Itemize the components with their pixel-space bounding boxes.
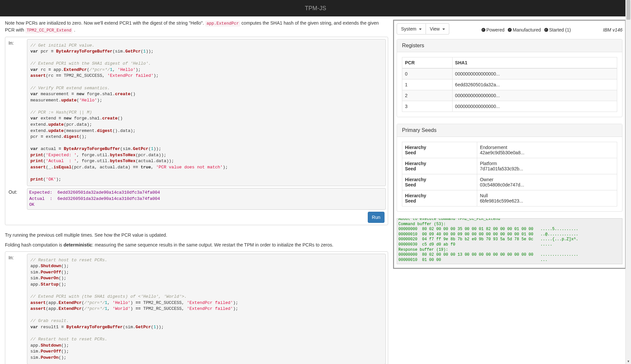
in-label-2: In: — [7, 254, 27, 364]
view-label: View — [430, 26, 441, 32]
code-output-1: Expected: 6edd3260501da32ade90a14ca310df… — [27, 188, 386, 210]
seed-value-cell: Platform7d71a01fa533c92b... — [477, 158, 617, 174]
seed-value-cell: Endorsement42ae9c9d5b30e0a8... — [477, 142, 617, 158]
tpm-panel: System View ✓Powered ✓Manufactured ✓Star… — [393, 20, 626, 269]
check-circle-icon: ✓ — [481, 28, 485, 32]
table-row: HierarchySeedOwner03c54808c0de747d... — [402, 174, 617, 190]
table-row: 20000000000000000... — [402, 90, 617, 101]
manufactured-text: Manufactured — [513, 27, 541, 32]
registers-panel: Registers PCR SHA1 00000000000000000... … — [397, 39, 622, 117]
seeds-heading: Primary Seeds — [397, 124, 622, 137]
code-input-1[interactable]: // Get initial PCR value. var pcr = Byte… — [27, 39, 386, 186]
seed-value-cell: Owner03c54808c0de747d... — [477, 174, 617, 190]
manufactured-badge: ✓Manufactured — [508, 27, 541, 32]
check-circle-icon: ✓ — [508, 28, 512, 32]
pcr-val: 0000000000000000... — [452, 101, 617, 112]
seed-value-cell: Null6bfe9816c599e623... — [477, 190, 617, 206]
seed-label-cell: HierarchySeed — [402, 174, 477, 190]
seed-label-cell: HierarchySeed — [402, 158, 477, 174]
pcr-val: 0000000000000000... — [452, 90, 617, 101]
seeds-panel: Primary Seeds HierarchySeedEndorsement42… — [397, 124, 622, 212]
navbar: TPM-JS — [0, 0, 631, 16]
view-dropdown[interactable]: View — [426, 23, 449, 34]
registers-table: PCR SHA1 00000000000000000... 16edd32605… — [402, 57, 617, 112]
tpm-button-group: System View — [397, 23, 449, 34]
mid-p2-a: Folding hash computation is — [5, 242, 63, 247]
intro-paragraph: Note how PCRs are initialized to zero. N… — [5, 20, 388, 33]
registers-heading: Registers — [397, 39, 622, 52]
scrollbar-thumb[interactable] — [626, 0, 630, 20]
pcr-idx: 2 — [402, 90, 452, 101]
out-label: Out: — [7, 188, 27, 210]
pcr-idx: 0 — [402, 68, 452, 79]
mid-paragraph-2: Folding hash computation is deterministi… — [5, 242, 388, 248]
powered-badge: ✓Powered — [481, 27, 504, 32]
log-textarea[interactable] — [397, 218, 622, 264]
sidebar-column: System View ✓Powered ✓Manufactured ✓Star… — [393, 16, 626, 364]
seed-label-cell: HierarchySeed — [402, 142, 477, 158]
system-label: System — [401, 26, 418, 32]
table-row: HierarchySeedPlatform7d71a01fa533c92b... — [402, 158, 617, 174]
seed-label-cell: HierarchySeed — [402, 190, 477, 206]
pcr-idx: 3 — [402, 101, 452, 112]
scroll-down-arrow-icon[interactable]: ▼ — [626, 358, 631, 364]
system-dropdown[interactable]: System — [397, 23, 426, 34]
in-label: In: — [7, 39, 27, 186]
content-column: Note how PCRs are initialized to zero. N… — [5, 16, 393, 364]
mid-paragraph-1: Try running the previous cell multiple t… — [5, 232, 388, 238]
mid-p2-c: : measuring the same sequence results in… — [92, 242, 333, 247]
table-row: HierarchySeedNull6bfe9816c599e623... — [402, 190, 617, 206]
intro-text-3: . — [73, 27, 75, 32]
pcr-val: 6edd3260501da32a... — [452, 79, 617, 90]
pcr-val: 0000000000000000... — [452, 68, 617, 79]
code-input-2[interactable]: // Restart host to reset PCRs. app.Shutd… — [27, 254, 386, 364]
pcr-idx: 1 — [402, 79, 452, 90]
status-badges: ✓Powered ✓Manufactured ✓Started (1) — [481, 27, 571, 32]
page-scrollbar[interactable]: ▲ ▼ — [625, 0, 631, 364]
table-row: 30000000000000000... — [402, 101, 617, 112]
caret-icon — [442, 29, 445, 30]
table-row: 16edd3260501da32a... — [402, 79, 617, 90]
navbar-brand[interactable]: TPM-JS — [305, 5, 326, 12]
intro-text-1: Note how PCRs are initialized to zero. N… — [5, 20, 205, 26]
code-cell-1: In: // Get initial PCR value. var pcr = … — [5, 37, 388, 225]
caret-icon — [419, 29, 422, 30]
seeds-table: HierarchySeedEndorsement42ae9c9d5b30e0a8… — [402, 142, 617, 206]
table-row: 00000000000000000... — [402, 68, 617, 79]
col-sha1: SHA1 — [452, 57, 617, 69]
mid-p2-b: deterministic — [63, 242, 92, 247]
run-button-1[interactable]: Run — [368, 212, 385, 223]
code-tpm2-extend: TPM2_CC_PCR_Extend — [25, 28, 73, 33]
table-row: HierarchySeedEndorsement42ae9c9d5b30e0a8… — [402, 142, 617, 158]
started-badge: ✓Started (1) — [544, 27, 571, 32]
started-text: Started (1) — [549, 27, 571, 32]
check-circle-icon: ✓ — [544, 28, 548, 32]
code-cell-2: In: // Restart host to reset PCRs. app.S… — [5, 251, 388, 364]
powered-text: Powered — [486, 27, 504, 32]
tpm-version: IBM v146 — [603, 27, 622, 32]
code-extendpcr: app.ExtendPcr — [205, 21, 240, 27]
col-pcr: PCR — [402, 57, 452, 69]
